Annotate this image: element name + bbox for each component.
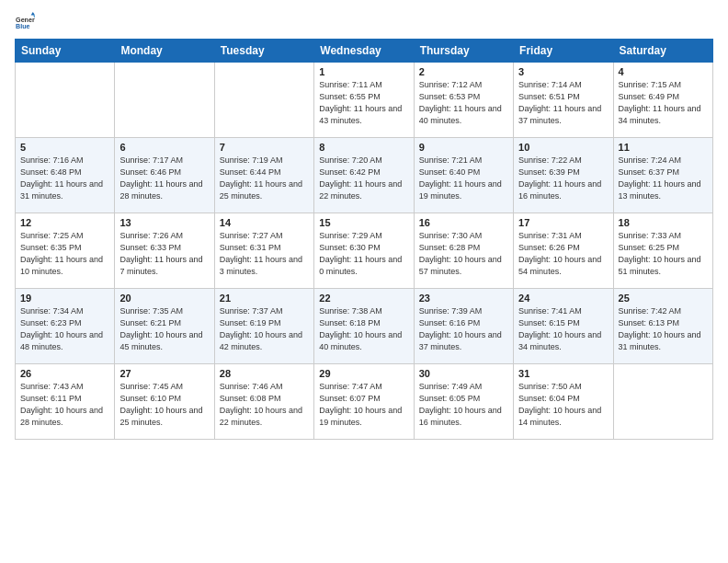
cell-info: Sunrise: 7:30 AMSunset: 6:28 PMDaylight:… (419, 230, 508, 278)
calendar-cell: 17 Sunrise: 7:31 AMSunset: 6:26 PMDaylig… (514, 213, 613, 289)
calendar-week-4: 19 Sunrise: 7:34 AMSunset: 6:23 PMDaylig… (16, 289, 713, 364)
col-wednesday: Wednesday (314, 40, 414, 63)
calendar-cell: 19 Sunrise: 7:34 AMSunset: 6:23 PMDaylig… (16, 289, 115, 364)
day-number: 28 (220, 368, 309, 379)
cell-info: Sunrise: 7:42 AMSunset: 6:13 PMDaylight:… (619, 305, 708, 353)
cell-info: Sunrise: 7:50 AMSunset: 6:04 PMDaylight:… (518, 381, 608, 429)
day-number: 22 (319, 293, 408, 304)
day-number: 27 (119, 368, 209, 379)
cell-info: Sunrise: 7:16 AMSunset: 6:48 PMDaylight:… (20, 155, 109, 202)
day-number: 6 (119, 142, 209, 153)
calendar-cell: 1 Sunrise: 7:11 AMSunset: 6:55 PMDayligh… (314, 63, 414, 138)
calendar-cell: 4 Sunrise: 7:15 AMSunset: 6:49 PMDayligh… (613, 63, 712, 138)
cell-info: Sunrise: 7:21 AMSunset: 6:40 PMDaylight:… (419, 155, 508, 202)
calendar-cell: 12 Sunrise: 7:25 AMSunset: 6:35 PMDaylig… (16, 213, 115, 289)
svg-marker-2 (31, 12, 35, 15)
day-number: 17 (518, 217, 608, 228)
calendar-cell: 6 Sunrise: 7:17 AMSunset: 6:46 PMDayligh… (115, 138, 214, 213)
calendar-cell: 20 Sunrise: 7:35 AMSunset: 6:21 PMDaylig… (115, 289, 214, 364)
day-number: 3 (518, 66, 608, 77)
day-number: 23 (419, 293, 508, 304)
logo-icon: General Blue (15, 11, 35, 31)
col-friday: Friday (514, 40, 613, 63)
calendar-cell (613, 364, 712, 440)
cell-info: Sunrise: 7:33 AMSunset: 6:25 PMDaylight:… (619, 230, 708, 278)
day-number: 25 (619, 293, 708, 304)
calendar-cell: 3 Sunrise: 7:14 AMSunset: 6:51 PMDayligh… (514, 63, 613, 138)
cell-info: Sunrise: 7:49 AMSunset: 6:05 PMDaylight:… (419, 381, 508, 429)
calendar-cell: 30 Sunrise: 7:49 AMSunset: 6:05 PMDaylig… (414, 364, 513, 440)
cell-info: Sunrise: 7:17 AMSunset: 6:46 PMDaylight:… (119, 155, 209, 202)
day-number: 9 (419, 142, 508, 153)
cell-info: Sunrise: 7:31 AMSunset: 6:26 PMDaylight:… (518, 230, 608, 278)
day-number: 10 (518, 142, 608, 153)
cell-info: Sunrise: 7:41 AMSunset: 6:15 PMDaylight:… (518, 305, 608, 353)
cell-info: Sunrise: 7:26 AMSunset: 6:33 PMDaylight:… (119, 230, 209, 278)
cell-info: Sunrise: 7:27 AMSunset: 6:31 PMDaylight:… (220, 230, 309, 278)
calendar-cell: 24 Sunrise: 7:41 AMSunset: 6:15 PMDaylig… (514, 289, 613, 364)
day-number: 1 (319, 66, 408, 77)
calendar-cell: 28 Sunrise: 7:46 AMSunset: 6:08 PMDaylig… (214, 364, 313, 440)
calendar-cell: 9 Sunrise: 7:21 AMSunset: 6:40 PMDayligh… (414, 138, 513, 213)
day-number: 4 (619, 66, 708, 77)
cell-info: Sunrise: 7:25 AMSunset: 6:35 PMDaylight:… (20, 230, 109, 278)
day-number: 29 (319, 368, 408, 379)
calendar-week-2: 5 Sunrise: 7:16 AMSunset: 6:48 PMDayligh… (16, 138, 713, 213)
calendar-cell: 21 Sunrise: 7:37 AMSunset: 6:19 PMDaylig… (214, 289, 313, 364)
header-row: Sunday Monday Tuesday Wednesday Thursday… (16, 40, 713, 63)
calendar-week-1: 1 Sunrise: 7:11 AMSunset: 6:55 PMDayligh… (16, 63, 713, 138)
logo: General Blue (15, 11, 39, 31)
calendar-cell: 31 Sunrise: 7:50 AMSunset: 6:04 PMDaylig… (514, 364, 613, 440)
calendar-cell: 11 Sunrise: 7:24 AMSunset: 6:37 PMDaylig… (613, 138, 712, 213)
day-number: 21 (220, 293, 309, 304)
day-number: 2 (419, 66, 508, 77)
calendar-cell: 15 Sunrise: 7:29 AMSunset: 6:30 PMDaylig… (314, 213, 414, 289)
day-number: 5 (20, 142, 109, 153)
day-number: 18 (619, 217, 708, 228)
calendar-cell: 26 Sunrise: 7:43 AMSunset: 6:11 PMDaylig… (16, 364, 115, 440)
calendar-cell: 5 Sunrise: 7:16 AMSunset: 6:48 PMDayligh… (16, 138, 115, 213)
calendar-cell: 16 Sunrise: 7:30 AMSunset: 6:28 PMDaylig… (414, 213, 513, 289)
day-number: 7 (220, 142, 309, 153)
day-number: 13 (119, 217, 209, 228)
calendar-cell: 22 Sunrise: 7:38 AMSunset: 6:18 PMDaylig… (314, 289, 414, 364)
calendar-cell: 18 Sunrise: 7:33 AMSunset: 6:25 PMDaylig… (613, 213, 712, 289)
day-number: 19 (20, 293, 109, 304)
col-monday: Monday (115, 40, 214, 63)
cell-info: Sunrise: 7:20 AMSunset: 6:42 PMDaylight:… (319, 155, 408, 202)
cell-info: Sunrise: 7:43 AMSunset: 6:11 PMDaylight:… (20, 381, 109, 429)
cell-info: Sunrise: 7:37 AMSunset: 6:19 PMDaylight:… (220, 305, 309, 353)
cell-info: Sunrise: 7:14 AMSunset: 6:51 PMDaylight:… (518, 79, 608, 127)
day-number: 26 (20, 368, 109, 379)
day-number: 30 (419, 368, 508, 379)
cell-info: Sunrise: 7:47 AMSunset: 6:07 PMDaylight:… (319, 381, 408, 429)
calendar-week-5: 26 Sunrise: 7:43 AMSunset: 6:11 PMDaylig… (16, 364, 713, 440)
calendar-cell (16, 63, 115, 138)
cell-info: Sunrise: 7:29 AMSunset: 6:30 PMDaylight:… (319, 230, 408, 278)
cell-info: Sunrise: 7:46 AMSunset: 6:08 PMDaylight:… (220, 381, 309, 429)
cell-info: Sunrise: 7:34 AMSunset: 6:23 PMDaylight:… (20, 305, 109, 353)
day-number: 12 (20, 217, 109, 228)
col-tuesday: Tuesday (214, 40, 313, 63)
calendar-cell: 8 Sunrise: 7:20 AMSunset: 6:42 PMDayligh… (314, 138, 414, 213)
calendar-week-3: 12 Sunrise: 7:25 AMSunset: 6:35 PMDaylig… (16, 213, 713, 289)
cell-info: Sunrise: 7:19 AMSunset: 6:44 PMDaylight:… (220, 155, 309, 202)
header: General Blue (15, 11, 713, 31)
day-number: 8 (319, 142, 408, 153)
col-saturday: Saturday (613, 40, 712, 63)
calendar-cell: 7 Sunrise: 7:19 AMSunset: 6:44 PMDayligh… (214, 138, 313, 213)
day-number: 20 (119, 293, 209, 304)
day-number: 31 (518, 368, 608, 379)
cell-info: Sunrise: 7:38 AMSunset: 6:18 PMDaylight:… (319, 305, 408, 353)
calendar-cell (115, 63, 214, 138)
day-number: 11 (619, 142, 708, 153)
day-number: 14 (220, 217, 309, 228)
calendar-cell (214, 63, 313, 138)
calendar-cell: 23 Sunrise: 7:39 AMSunset: 6:16 PMDaylig… (414, 289, 513, 364)
cell-info: Sunrise: 7:35 AMSunset: 6:21 PMDaylight:… (119, 305, 209, 353)
cell-info: Sunrise: 7:24 AMSunset: 6:37 PMDaylight:… (619, 155, 708, 202)
calendar-cell: 14 Sunrise: 7:27 AMSunset: 6:31 PMDaylig… (214, 213, 313, 289)
calendar-cell: 29 Sunrise: 7:47 AMSunset: 6:07 PMDaylig… (314, 364, 414, 440)
calendar-table: Sunday Monday Tuesday Wednesday Thursday… (15, 39, 713, 440)
col-sunday: Sunday (16, 40, 115, 63)
